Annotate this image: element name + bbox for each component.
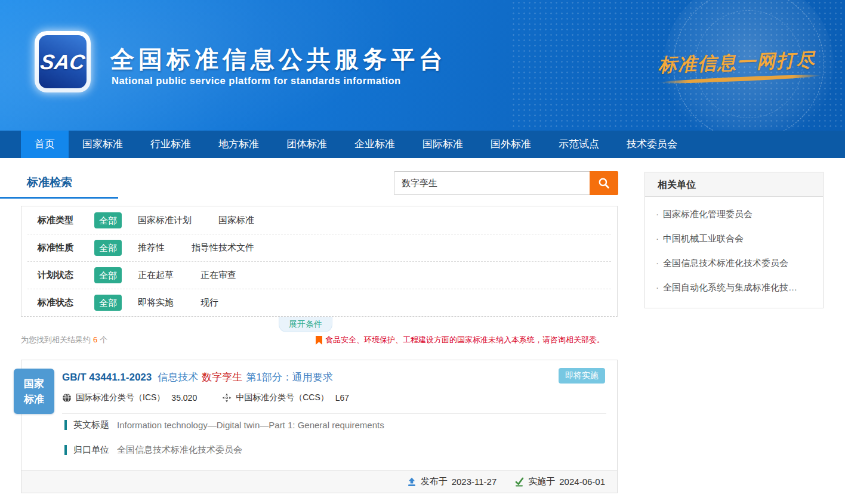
english-title-row: 英文标题 Information technology—Digital twin…: [64, 419, 384, 431]
sidebar-item-automation-systems-committee[interactable]: ·全国自动化系统与集成标准化技…: [645, 276, 823, 300]
filter-all-button[interactable]: 全部: [94, 212, 122, 228]
filter-all-button[interactable]: 全部: [94, 295, 122, 311]
filter-row-plan-status: 计划状态 全部 正在起草 正在审查: [27, 261, 611, 289]
bookmark-icon: [316, 336, 322, 345]
filter-option[interactable]: 正在审查: [201, 270, 236, 281]
system-notice: 食品安全、环境保护、工程建设方面的国家标准未纳入本系统，请咨询相关部委。: [316, 335, 605, 345]
bullet-dot: ·: [656, 282, 659, 292]
field-accent-bar: [64, 420, 67, 430]
bullet-dot: ·: [656, 209, 659, 219]
filter-option[interactable]: 国家标准计划: [138, 215, 192, 226]
sidebar-item-label: 全国信息技术标准化技术委员会: [663, 258, 788, 268]
related-units-title: 相关单位: [645, 172, 823, 197]
site-subtitle: National public service platform for sta…: [112, 75, 401, 86]
nav-item-enterprise-standards[interactable]: 企业标准: [341, 131, 409, 158]
badge-line1: 国家: [24, 377, 44, 391]
publish-label: 发布于: [421, 476, 448, 487]
site-title: 全国标准信息公共服务平台: [110, 43, 447, 76]
committee-label: 归口单位: [73, 444, 109, 456]
main-content: 标准检索 标准类型 全部 国家标准计划 国家标准 标准性质 全部 推荐性 指导性…: [21, 167, 619, 501]
standard-title-pre[interactable]: 信息技术: [158, 372, 198, 383]
nav-item-home[interactable]: 首页: [21, 131, 69, 158]
filter-label: 标准状态: [38, 297, 84, 308]
filter-option[interactable]: 正在起草: [138, 270, 174, 281]
filter-label: 标准类型: [38, 215, 84, 226]
filter-all-button[interactable]: 全部: [94, 267, 122, 283]
ccs-value: L67: [335, 393, 349, 403]
implement-label: 实施于: [528, 476, 555, 487]
filter-option[interactable]: 国家标准: [218, 215, 254, 226]
sidebar-item-machinery-federation[interactable]: ·中国机械工业联合会: [645, 227, 823, 251]
expand-conditions-tab[interactable]: 展开条件: [279, 317, 332, 332]
nav-item-local-standards[interactable]: 地方标准: [205, 131, 273, 158]
status-badge: 即将实施: [559, 368, 605, 384]
classification-row: 国际标准分类号（ICS） 35.020 中国标准分类号（CCS） L67: [62, 392, 349, 403]
standard-title-link[interactable]: GB/T 43441.1-2023信息技术数字孪生第1部分：通用要求: [62, 370, 333, 384]
search-box: [394, 171, 618, 195]
standard-code[interactable]: GB/T 43441.1-2023: [62, 372, 152, 383]
english-title-value: Information technology—Digital twin—Part…: [117, 420, 384, 430]
sidebar-item-it-standardization-committee[interactable]: ·全国信息技术标准化技术委员会: [645, 251, 823, 276]
standard-result-card: 国家 标准 GB/T 43441.1-2023信息技术数字孪生第1部分：通用要求…: [21, 360, 618, 493]
bullet-dot: ·: [656, 258, 659, 268]
check-icon: [514, 477, 524, 487]
filter-option[interactable]: 指导性技术文件: [192, 242, 254, 253]
nav-list: 首页 国家标准 行业标准 地方标准 团体标准 企业标准 国际标准 国外标准 示范…: [21, 131, 845, 158]
results-count-prefix: 为您找到相关结果约: [21, 335, 91, 344]
nav-item-industry-standards[interactable]: 行业标准: [137, 131, 205, 158]
search-input[interactable]: [394, 171, 590, 195]
sidebar-item-label: 全国自动化系统与集成标准化技…: [663, 282, 797, 292]
upload-icon: [407, 477, 417, 487]
committee-row: 归口单位 全国信息技术标准化技术委员会: [64, 444, 242, 456]
ics-value: 35.020: [171, 393, 197, 403]
standard-title-post[interactable]: 第1部分：通用要求: [246, 372, 332, 383]
search-icon: [598, 177, 610, 189]
bullet-dot: ·: [656, 233, 659, 243]
globe-icon: [62, 393, 72, 403]
sac-logo[interactable]: SAC: [35, 31, 91, 92]
search-button[interactable]: [590, 171, 618, 195]
results-count: 为您找到相关结果约6个: [21, 335, 107, 345]
results-info-row: 为您找到相关结果约6个 食品安全、环境保护、工程建设方面的国家标准未纳入本系统，…: [21, 333, 618, 347]
filter-option[interactable]: 现行: [201, 297, 218, 308]
badge-line2: 标准: [24, 392, 44, 406]
card-divider: [62, 413, 606, 414]
sac-logo-text: SAC: [39, 50, 87, 74]
sidebar-item-label: 国家标准化管理委员会: [663, 209, 753, 219]
compass-icon: [222, 393, 232, 403]
notice-text: 食品安全、环境保护、工程建设方面的国家标准未纳入本系统，请咨询相关部委。: [325, 335, 605, 345]
related-units-list: ·国家标准化管理委员会 ·中国机械工业联合会 ·全国信息技术标准化技术委员会 ·…: [645, 197, 823, 308]
nav-item-pilot-program[interactable]: 示范试点: [545, 131, 613, 158]
nav-item-technical-committee[interactable]: 技术委员会: [613, 131, 691, 158]
implement-date-group: 实施于 2024-06-01: [514, 476, 605, 487]
filter-option[interactable]: 推荐性: [138, 242, 165, 253]
filter-row-standard-status: 标准状态 全部 即将实施 现行: [27, 289, 611, 316]
ccs-group: 中国标准分类号（CCS） L67: [222, 392, 349, 403]
filter-all-button[interactable]: 全部: [94, 240, 122, 256]
section-title-standard-search: 标准检索: [27, 175, 72, 190]
nav-item-group-standards[interactable]: 团体标准: [273, 131, 341, 158]
publish-date: 2023-11-27: [452, 477, 497, 487]
filter-row-standard-nature: 标准性质 全部 推荐性 指导性技术文件: [27, 234, 611, 261]
filter-option[interactable]: 即将实施: [138, 297, 174, 308]
results-count-number: 6: [93, 335, 97, 344]
nav-item-international-standards[interactable]: 国际标准: [409, 131, 477, 158]
card-footer: 发布于 2023-11-27 实施于 2024-06-01: [21, 470, 617, 493]
main-nav: 首页 国家标准 行业标准 地方标准 团体标准 企业标准 国际标准 国外标准 示范…: [0, 131, 845, 158]
sidebar-item-sac[interactable]: ·国家标准化管理委员会: [645, 202, 823, 227]
site-header: SAC 全国标准信息公共服务平台 National public service…: [0, 0, 845, 131]
filter-label: 计划状态: [38, 270, 84, 281]
filter-row-standard-type: 标准类型 全部 国家标准计划 国家标准: [27, 206, 611, 234]
related-units-panel: 相关单位 ·国家标准化管理委员会 ·中国机械工业联合会 ·全国信息技术标准化技术…: [644, 172, 824, 308]
standard-title-highlight[interactable]: 数字孪生: [202, 372, 242, 383]
nav-item-national-standards[interactable]: 国家标准: [69, 131, 137, 158]
ics-group: 国际标准分类号（ICS） 35.020: [62, 392, 197, 403]
field-accent-bar: [64, 445, 67, 455]
ics-label: 国际标准分类号（ICS）: [76, 392, 165, 403]
sac-logo-tile: SAC: [39, 35, 87, 88]
standard-type-badge: 国家 标准: [14, 369, 54, 414]
english-title-label: 英文标题: [73, 419, 109, 431]
nav-item-foreign-standards[interactable]: 国外标准: [477, 131, 545, 158]
implement-date: 2024-06-01: [559, 477, 605, 487]
filter-label: 标准性质: [38, 242, 84, 253]
